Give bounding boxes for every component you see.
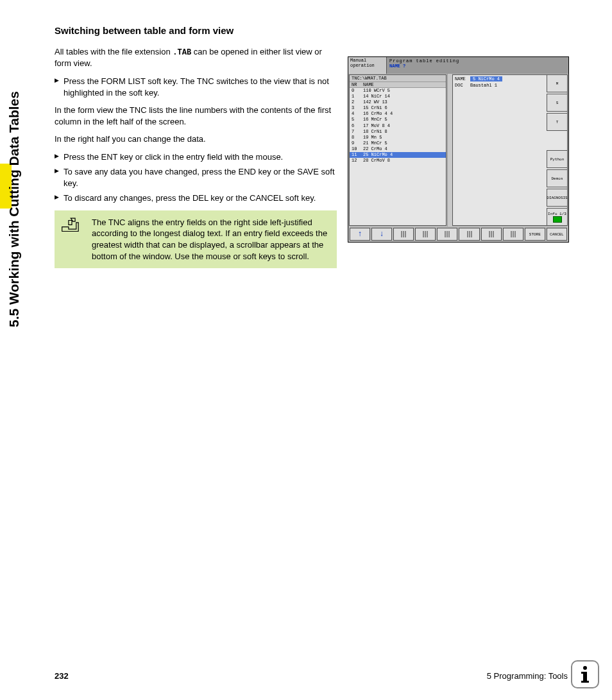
sidebar-btn-python[interactable]: Python [547, 150, 568, 168]
screenshot-header: Manual operation Program table editing N… [348, 57, 568, 74]
softkey-down[interactable]: ↓ [371, 228, 392, 241]
bullet-item: To save any data you have changed, press… [55, 166, 337, 189]
bullet-list-1: Press the FORM LIST soft key. The TNC sw… [55, 76, 337, 98]
field-value-name[interactable]: 5 NiCrMo 4 [470, 76, 502, 81]
info-green-icon [553, 216, 562, 223]
softkey-5[interactable] [437, 228, 457, 241]
table-row[interactable]: 516 MnCr 5 [350, 117, 446, 123]
softkey-up[interactable]: ↑ [350, 228, 370, 241]
svg-rect-3 [581, 672, 585, 674]
page-heading: Switching between table and form view [55, 24, 337, 37]
chapter-title: 5 Programming: Tools [487, 671, 568, 681]
table-rows: 0110 WCrV 5114 NiCr 142142 WV 13315 CrNi… [350, 88, 446, 225]
table-list-panel: TNC:\WMAT.TAB NR NAME 0110 WCrV 5114 NiC… [349, 74, 446, 226]
page-footer: 232 5 Programming: Tools [55, 671, 568, 681]
screenshot-body: TNC:\WMAT.TAB NR NAME 0110 WCrV 5114 NiC… [348, 74, 568, 226]
sidebar-btn-s[interactable]: S [547, 94, 568, 112]
tnc-screenshot: Manual operation Program table editing N… [348, 56, 569, 243]
sidebar-btn-info[interactable]: Info 1/3 [547, 208, 568, 226]
sidebar-btn-t[interactable]: T [547, 113, 568, 131]
scrollbar[interactable] [447, 74, 452, 226]
svg-point-0 [583, 666, 587, 670]
table-row[interactable]: 114 NiCr 14 [350, 94, 446, 99]
field-value-doc[interactable]: Baustahl 1 [470, 83, 497, 88]
paragraph: In the right half you can change the dat… [55, 133, 337, 145]
svg-rect-2 [581, 681, 589, 683]
arrow-up-icon: ↑ [357, 230, 362, 239]
note-box: The TNC aligns the entry fields on the r… [55, 210, 337, 268]
sidebar-buttons: M S T Python Demos DIAGNOSIS Info 1/3 [547, 74, 568, 226]
table-row[interactable]: 718 CrNi 8 [350, 129, 446, 135]
main-content: Switching between table and form view Al… [55, 24, 337, 268]
table-row[interactable]: 315 CrNi 6 [350, 105, 446, 111]
table-row[interactable]: 2142 WV 13 [350, 99, 446, 105]
softkey-7[interactable] [481, 228, 502, 241]
table-row[interactable]: 1022 CrMo 4 [350, 146, 446, 152]
col-name: NAME [363, 82, 374, 87]
field-label-name: NAME [455, 76, 470, 81]
softkey-cancel[interactable]: CANCEL [547, 228, 567, 241]
section-title-vertical: 5.5 Working with Cutting Data Tables [6, 91, 22, 327]
file-extension: .TAB [173, 48, 191, 57]
intro-paragraph: All tables with the file extension .TAB … [55, 46, 337, 69]
table-row[interactable]: 617 MoV 8 4 [350, 123, 446, 129]
arrow-down-icon: ↓ [380, 230, 384, 239]
field-label-doc: DOC [455, 83, 470, 88]
table-path: TNC:\WMAT.TAB [350, 75, 446, 82]
softkey-6[interactable] [459, 228, 479, 241]
softkey-row: ↑ ↓ STORE CANCEL [348, 226, 568, 242]
softkey-store[interactable]: STORE [525, 228, 545, 241]
bullet-item: Press the ENT key or click in the entry … [55, 151, 337, 163]
sidebar-btn-demos[interactable]: Demos [547, 169, 568, 187]
paragraph: In the form view the TNC lists the line … [55, 105, 337, 127]
note-hand-icon [61, 217, 83, 238]
col-nr: NR [352, 82, 363, 87]
table-row[interactable]: 1125 NiCrMo 4 [350, 152, 446, 158]
table-row[interactable]: 1228 CrMoV 8 [350, 158, 446, 164]
note-text: The TNC aligns the entry fields on the r… [92, 217, 328, 262]
table-row[interactable]: 921 MnCr 5 [350, 141, 446, 146]
table-row[interactable]: 0110 WCrV 5 [350, 88, 446, 94]
bullet-item: Press the FORM LIST soft key. The TNC sw… [55, 76, 337, 98]
sidebar-btn-diagnosis[interactable]: DIAGNOSIS [547, 189, 568, 207]
mode-label: Manual operation [348, 57, 387, 74]
sidebar-btn-m[interactable]: M [547, 74, 568, 92]
softkey-8[interactable] [503, 228, 523, 241]
info-badge-icon [571, 660, 599, 688]
softkey-4[interactable] [415, 228, 436, 241]
table-row[interactable]: 416 CrMo 4 4 [350, 111, 446, 117]
bullet-list-2: Press the ENT key or click in the entry … [55, 151, 337, 204]
softkey-3[interactable] [393, 228, 414, 241]
page-number: 232 [55, 671, 69, 681]
table-columns: NR NAME [350, 82, 446, 88]
table-row[interactable]: 819 Mn 5 [350, 135, 446, 141]
program-header: Program table editing NAME ? [387, 57, 568, 74]
bullet-item: To discard any changes, press the DEL ke… [55, 192, 337, 204]
